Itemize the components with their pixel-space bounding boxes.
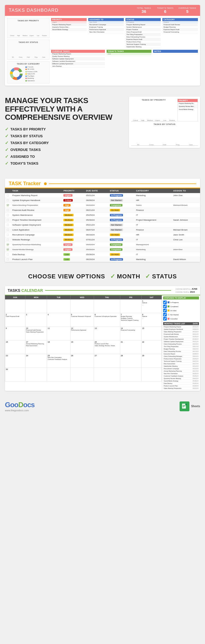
feature-status-chart-wrap: TASKS BY STATUS NS Comp Hold Prog bbox=[131, 123, 198, 146]
calendar-status-option[interactable]: On Hold bbox=[163, 309, 199, 312]
monthly-task-date: 05/30/24 bbox=[193, 383, 198, 384]
calendar-week-row: 30 bbox=[5, 368, 162, 381]
task-name-cell: System Maintenance bbox=[11, 213, 62, 218]
calendar-task: ... bbox=[142, 317, 161, 319]
unchecked-icon: ☐ bbox=[7, 223, 9, 226]
checkbox-cell[interactable]: ☑ bbox=[5, 203, 11, 208]
due-date-cell: 06/02/24 bbox=[84, 242, 108, 247]
footer-section: GooDocs www.thegoodocs.com Sheets bbox=[0, 396, 205, 415]
checkbox-cell[interactable]: ☐ bbox=[5, 213, 11, 218]
calendar-status-option[interactable]: Not Started bbox=[163, 313, 199, 316]
calendar-day-cell: 17Annual Marketing PlanningRisk Assessme… bbox=[25, 340, 47, 354]
due-date-cell: 05/21/24 bbox=[84, 223, 108, 228]
check-icon-status: ✓ bbox=[5, 133, 8, 139]
calendar-day-number: 3 bbox=[26, 314, 46, 316]
svg-rect-8 bbox=[183, 405, 185, 406]
monthly-task-date: 05/30/24 bbox=[193, 380, 198, 382]
monthly-task-row: Product Launch Plan 06/20/24 bbox=[163, 385, 199, 387]
calendar-day-number: 28 bbox=[121, 355, 141, 357]
calendar-status-option[interactable]: In Progress bbox=[163, 301, 199, 304]
col-status: STATUS bbox=[108, 188, 134, 193]
status-dot bbox=[168, 318, 169, 320]
due-date-cell: 06/20/24 bbox=[84, 257, 108, 262]
calendar-day-cell: 3 bbox=[25, 313, 47, 327]
checkbox-cell[interactable]: ☐ bbox=[5, 228, 11, 232]
unchecked-icon: ☐ bbox=[7, 218, 9, 222]
monthly-task-name: Recruitment Campaign bbox=[164, 368, 192, 369]
status-checkbox[interactable] bbox=[163, 317, 167, 320]
status-cell: Not Started bbox=[108, 228, 134, 232]
table-row: ☐ System Maintenance Medium 05/25/24 In … bbox=[5, 213, 200, 218]
calendar-week-row: 2Clark Proposal Draft345Customer Researc… bbox=[5, 313, 162, 327]
assignee-cell bbox=[172, 223, 200, 228]
feature-item-today: ✓ TODAY'S TASKS bbox=[5, 161, 124, 166]
calendar-day-number: 10 bbox=[26, 327, 46, 329]
check-icon-priority: ✓ bbox=[5, 127, 8, 132]
checkbox-cell[interactable]: ☐ bbox=[5, 218, 11, 223]
calendar-status-option[interactable]: Cancelled bbox=[163, 317, 199, 320]
sheets-label: Sheets bbox=[191, 405, 200, 408]
category-cell: Marketing bbox=[134, 193, 172, 198]
status-checkbox[interactable] bbox=[163, 301, 167, 304]
calendar-task: Risk Assessment bbox=[26, 345, 46, 346]
checkbox-cell[interactable]: ☐ bbox=[5, 208, 11, 213]
calendar-title: TASKS CALENDAR bbox=[8, 288, 43, 293]
calendar-day-number: 15 bbox=[142, 327, 161, 329]
checkbox-cell[interactable]: ☐ bbox=[5, 257, 11, 262]
choose-view-section: CHOOSE VIEW OPTIONS ✓ MONTH ✓ STATUS bbox=[0, 267, 205, 286]
monthly-task-name: New Hire Orientation bbox=[164, 373, 192, 374]
checkbox-cell[interactable]: ☑ bbox=[5, 247, 11, 252]
dashboard-title: TASKS DASHBOARD bbox=[9, 8, 58, 13]
calendar-day-number: 20 bbox=[95, 341, 119, 343]
feature-text: MANAGE YOUR TASKS EFFECTIVELY WITH A COM… bbox=[5, 97, 124, 168]
calendar-day-cell bbox=[120, 299, 141, 313]
status-checkbox[interactable] bbox=[163, 313, 167, 316]
assigned-table-header: ASSIGNED TO bbox=[88, 18, 124, 21]
status-badge: In Progress bbox=[110, 219, 123, 221]
status-cell: Completed bbox=[108, 242, 134, 247]
calendar-day-cell: 7Budget PlanningStrategic TrainingTechni… bbox=[120, 313, 141, 327]
sheets-icon bbox=[180, 401, 189, 411]
calendar-task: Clark Proposal Draft bbox=[6, 316, 25, 317]
status-checkbox[interactable] bbox=[163, 309, 167, 312]
priority-cell: Medium bbox=[62, 213, 84, 218]
unchecked-icon: ☐ bbox=[7, 253, 9, 256]
calendar-task: Strategic Training bbox=[121, 317, 141, 319]
monthly-task-name: Update Employee Handbook bbox=[164, 328, 192, 330]
calendar-day-number: 27 bbox=[95, 355, 119, 357]
checkbox-cell[interactable]: ☐ bbox=[5, 237, 11, 242]
table-row: ☐ Website Redesign Medium 07/01/24 In Pr… bbox=[5, 237, 200, 242]
monthly-tasks-list: Prepare Marketing Report 05/31/24 Update… bbox=[163, 326, 199, 390]
today-table: TODAY'S TASKS June bbox=[107, 50, 151, 69]
calendar-title-suffix: CALENDAR bbox=[21, 288, 43, 293]
checkbox-cell[interactable]: ☐ bbox=[5, 198, 11, 203]
notes-table-header: NOTES bbox=[153, 50, 198, 53]
task-name-cell: Financial Audit Review bbox=[11, 208, 62, 213]
calendar-day-cell bbox=[25, 299, 47, 313]
checkbox-cell[interactable]: ☐ bbox=[5, 252, 11, 257]
feature-section: MANAGE YOUR TASKS EFFECTIVELY WITH A COM… bbox=[0, 91, 205, 174]
unchecked-icon: ☐ bbox=[7, 233, 9, 236]
checkbox-cell[interactable]: ☑ bbox=[5, 242, 11, 247]
total-tasks-value: 36 bbox=[136, 9, 152, 14]
status-badge: Not Started bbox=[110, 199, 123, 202]
status-badge: On Hold bbox=[110, 253, 120, 256]
calendar-status-option[interactable]: Completed bbox=[163, 305, 199, 308]
bar-low: Low bbox=[35, 34, 41, 36]
logo-oo: D bbox=[18, 401, 23, 409]
feature-list: ✓ TASKS BY PRIORITY ✓ TASKS BY STATUS ✓ … bbox=[5, 127, 124, 166]
status-cell: Not Started bbox=[108, 223, 134, 228]
category-cell: IT bbox=[134, 223, 172, 228]
status-label: In Progress bbox=[170, 302, 179, 303]
table-row: ☐ Recruitment Campaign Medium 06/16/24 O… bbox=[5, 232, 200, 237]
col-category: CATEGORY bbox=[134, 188, 172, 193]
checkbox-cell[interactable]: ☐ bbox=[5, 223, 11, 228]
todays-tasks-stat: TODAY'S TASKS 6 bbox=[157, 7, 173, 14]
status-checkbox[interactable] bbox=[163, 305, 167, 308]
calendar-day-number: 17 bbox=[26, 341, 46, 343]
checkbox-cell[interactable]: ☐ bbox=[5, 193, 11, 198]
checkbox-cell[interactable]: ☐ bbox=[5, 232, 11, 237]
bar-critical: Critical bbox=[9, 34, 15, 36]
monthly-task-row: Risk Assessment 06/17/24 bbox=[163, 363, 199, 365]
calendar-day-cell: 20Product Launch PlanSales Strategy Revi… bbox=[94, 340, 120, 354]
